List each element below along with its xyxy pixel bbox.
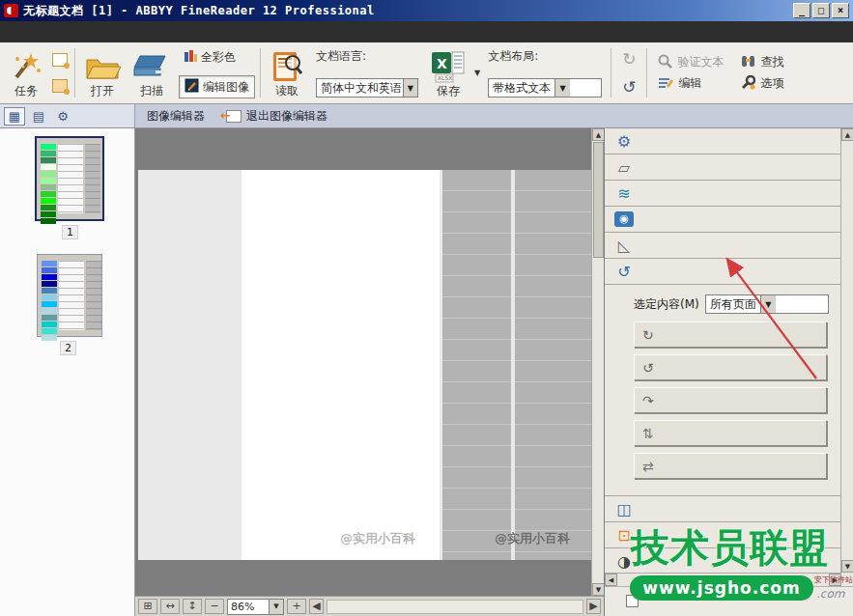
read-document-icon [270,50,304,83]
redo-icon[interactable]: ↻ [622,49,636,69]
app-window: 无标题文档 [1] - ABBYY FineReader 12 Professi… [0,0,853,616]
fit-height-icon[interactable]: ↕ [183,599,202,614]
page-thumbnail-1[interactable] [35,136,104,221]
color-swatch [195,343,241,362]
selection-select[interactable]: 所有页面 ▼ [705,294,829,314]
flip-horizontal-icon: ⇄ [642,459,654,474]
scroll-right-icon[interactable]: ▶ [829,574,841,586]
doc-layout-select[interactable]: 带格式文本 ▼ [488,78,602,98]
panel-vertical-scrollbar[interactable]: ▲ ▼ [840,128,853,573]
doc-language-label: 文档语言: [316,48,418,65]
hscroll-right-icon[interactable]: ▶ [586,599,601,614]
fit-width-icon[interactable]: ↔ [160,599,180,614]
color-swatch [141,300,193,320]
gears-icon: ⚙ [614,132,634,151]
panel-item[interactable]: ↺ [605,259,841,285]
table-row [138,406,594,427]
verify-text-button[interactable]: 验证文本 [658,54,724,71]
color-bars-icon [184,49,197,66]
thumb-stripe [41,171,56,177]
rotate-action-button[interactable]: ↻ [634,322,827,348]
close-button[interactable]: × [832,3,849,18]
page-thumbnail-2[interactable] [37,254,102,337]
main-area: 1 [0,128,853,616]
detail-view-icon[interactable]: ▤ [28,107,49,126]
vertical-scrollbar[interactable]: ▲ ▼ [591,128,604,596]
flip-vertical-icon: ⇅ [642,426,654,441]
color-swatch [195,491,241,511]
rotate-action-button[interactable]: ⇅ [634,420,827,446]
invert-icon: ◑ [614,552,634,571]
edit-button[interactable]: 编辑 [658,75,724,93]
page-properties-icon[interactable]: ⚙ [52,107,73,126]
scroll-up-icon[interactable]: ▲ [841,128,853,141]
minimize-button[interactable]: _ [793,3,810,18]
trapezoid-icon: ◺ [614,237,634,255]
rotate-icon: ↺ [614,263,634,281]
rotate-action-button[interactable]: ↷ [634,387,827,413]
rotate-180-icon: ↷ [642,393,654,408]
panel-item[interactable]: ▱ [605,154,841,181]
color-swatch [195,237,241,256]
color-swatch [141,343,193,362]
scrollbar-thumb[interactable] [593,142,604,258]
crop-icon: ⊡ [614,526,634,545]
table-row [138,236,594,257]
thumb-stripe [41,164,56,170]
undo-icon[interactable]: ↺ [622,77,636,97]
edit-image-icon [185,78,199,96]
color-swatch [195,428,241,447]
zoom-out-button[interactable]: − [205,599,224,614]
find-button[interactable]: 查找 [741,54,783,71]
panel-item[interactable]: ≋ [605,181,841,207]
scroll-down-icon[interactable]: ▼ [841,560,853,573]
chevron-down-icon: ▼ [269,600,283,614]
new-page-icon[interactable] [52,53,68,67]
exit-editor-button[interactable]: 退出图像编辑器 [226,108,327,125]
table-row [138,490,594,512]
hscroll-left-icon[interactable]: ◀ [309,599,324,614]
color-swatch [195,513,241,532]
thumb-stripe [41,184,56,190]
panel-item[interactable]: ◺ [605,233,841,259]
binoculars-icon [741,54,755,70]
panel-horizontal-scrollbar[interactable]: ◀ ▶ [605,573,841,586]
table-row [138,172,594,193]
rotate-action-button[interactable]: ↺ [634,354,827,380]
color-mode-button[interactable]: 全彩色 [179,47,255,68]
doc-language-select[interactable]: 简体中文和英语 ▼ [316,78,418,98]
tasks-button[interactable]: 任务 [4,44,48,101]
read-button[interactable]: 读取 [264,44,310,101]
thumb-stripe [41,144,56,150]
rotate-action-button[interactable]: ⇄ [634,453,827,479]
panel-item[interactable]: ◉ [605,207,841,233]
scan-button[interactable]: 扫描 [127,44,177,101]
panel-item[interactable]: ◑ [605,548,841,574]
fit-page-icon[interactable]: ⊞ [138,599,157,614]
color-table-rows [138,172,594,554]
copy-page-icon[interactable] [52,79,68,93]
panel-item[interactable]: ⊡ [605,522,841,548]
color-swatch [141,513,193,532]
thumb-stripe [42,281,57,287]
panel-item[interactable]: ◫ [605,496,841,522]
zoom-level-select[interactable]: 86% ▼ [227,599,284,615]
color-swatch [195,173,241,192]
horizontal-scrollbar[interactable] [327,600,583,614]
zoom-in-button[interactable]: + [287,599,306,614]
color-swatch [195,215,241,235]
save-button[interactable]: X XLSX 保存 [424,44,472,101]
save-format-dropdown[interactable]: ▼ [474,69,480,77]
open-button[interactable]: 打开 [78,44,127,101]
tools-panel: ⚙ ▱ ≋ ◉ [604,128,853,616]
panel-checkbox[interactable] [626,595,639,607]
color-swatch [141,258,193,277]
scroll-left-icon[interactable]: ◀ [605,574,617,586]
thumbnail-view-icon[interactable]: ▦ [4,107,25,126]
options-button[interactable]: 选项 [741,75,783,93]
color-swatch [195,449,241,468]
edit-image-button[interactable]: 编辑图像 [179,75,255,98]
maximize-button[interactable]: □ [812,3,830,18]
panel-item[interactable]: ⚙ [605,128,841,154]
image-editor-bar: ▦ ▤ ⚙ 图像编辑器 退出图像编辑器 [0,104,853,128]
